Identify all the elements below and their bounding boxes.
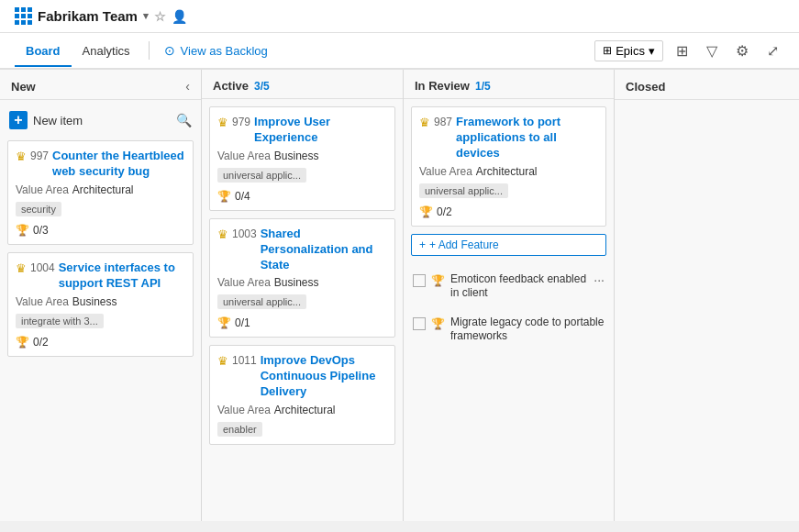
column-body-closed bbox=[615, 100, 799, 521]
crown-icon: ♛ bbox=[16, 150, 27, 163]
column-header-new: New ‹ bbox=[0, 70, 201, 100]
card-1011-header: ♛ 1011 Improve DevOps Continuous Pipelin… bbox=[217, 353, 387, 400]
card-1011-field: Value Area Architectural bbox=[217, 404, 387, 416]
card-1004-field-label: Value Area bbox=[16, 295, 69, 308]
card-997-footer: 🏆 0/3 bbox=[16, 224, 185, 237]
tab-board[interactable]: Board bbox=[15, 37, 72, 67]
toolbar-right: ⊞ Epics ▾ ⊞ ▽ ⚙ ⤢ bbox=[594, 39, 784, 63]
card-1004-tag[interactable]: integrate with 3... bbox=[16, 314, 104, 328]
card-987-tag[interactable]: universal applic... bbox=[419, 183, 508, 198]
card-979[interactable]: ♛ 979 Improve User Experience Value Area… bbox=[209, 106, 395, 211]
card-1003-title: Shared Personalization and State bbox=[261, 227, 387, 273]
card-997-field-label: Value Area bbox=[16, 183, 69, 196]
card-979-header: ♛ 979 Improve User Experience bbox=[217, 115, 387, 146]
column-closed: Closed › bbox=[615, 70, 799, 521]
card-987-field: Value Area Architectural bbox=[419, 165, 598, 178]
card-1011-id: 1011 bbox=[232, 354, 257, 367]
card-997[interactable]: ♛ 997 Counter the Heartbleed web securit… bbox=[7, 140, 194, 245]
view-as-backlog-button[interactable]: ⊙ View as Backlog bbox=[157, 39, 275, 61]
card-1004-id: 1004 bbox=[30, 261, 55, 274]
card-1004-title: Service interfaces to support REST API bbox=[59, 260, 185, 292]
toolbar-divider bbox=[149, 41, 150, 60]
add-feature-plus-icon: + bbox=[419, 238, 426, 251]
add-feature-label: + Add Feature bbox=[429, 238, 499, 251]
card-1003-footer: 🏆 0/1 bbox=[217, 316, 387, 329]
column-count-in-review: 1/5 bbox=[475, 80, 491, 93]
column-title-new: New bbox=[11, 80, 36, 94]
card-997-tag[interactable]: security bbox=[16, 202, 61, 216]
card-987-score: 0/2 bbox=[437, 205, 452, 218]
column-title-closed: Closed bbox=[626, 80, 665, 94]
trophy-icon: 🏆 bbox=[431, 274, 445, 287]
column-header-active: Active 3/5 bbox=[202, 70, 403, 99]
tab-analytics[interactable]: Analytics bbox=[72, 37, 141, 67]
card-1004-field-value: Business bbox=[72, 295, 117, 308]
logo-grid-icon bbox=[15, 7, 32, 25]
crown-icon: ♛ bbox=[217, 116, 228, 129]
card-1003-score: 0/1 bbox=[235, 316, 250, 329]
chevron-down-icon[interactable]: ▾ bbox=[143, 10, 149, 22]
card-987[interactable]: ♛ 987 Framework to port applications to … bbox=[411, 106, 606, 227]
card-987-title: Framework to port applications to all de… bbox=[456, 115, 598, 161]
card-1003-tag[interactable]: universal applic... bbox=[217, 294, 306, 309]
star-icon[interactable]: ☆ bbox=[154, 9, 166, 24]
trophy-icon: 🏆 bbox=[431, 317, 445, 330]
card-1004[interactable]: ♛ 1004 Service interfaces to support RES… bbox=[7, 252, 194, 357]
column-body-active: ♛ 979 Improve User Experience Value Area… bbox=[202, 99, 403, 521]
add-feature-button[interactable]: + + Add Feature bbox=[411, 234, 606, 256]
column-body-new: + New item 🔍 ♛ 997 Counter the Heartblee… bbox=[0, 100, 201, 521]
new-item-row: + New item 🔍 bbox=[7, 107, 194, 133]
trophy-icon: 🏆 bbox=[419, 205, 433, 218]
card-987-id: 987 bbox=[434, 116, 452, 128]
card-979-title: Improve User Experience bbox=[254, 115, 387, 146]
card-979-tag[interactable]: universal applic... bbox=[217, 168, 306, 183]
new-item-label: New item bbox=[33, 114, 171, 127]
column-count-active: 3/5 bbox=[254, 80, 270, 93]
card-1003-header: ♛ 1003 Shared Personalization and State bbox=[217, 227, 387, 273]
card-1011-tag[interactable]: enabler bbox=[217, 422, 262, 437]
feature-text-1: Migrate legacy code to portable framewor… bbox=[450, 316, 605, 344]
crown-icon: ♛ bbox=[419, 116, 430, 129]
card-1003[interactable]: ♛ 1003 Shared Personalization and State … bbox=[209, 218, 395, 338]
feature-item-1: 🏆 Migrate legacy code to portable framew… bbox=[411, 312, 606, 348]
people-icon[interactable]: 👤 bbox=[172, 9, 187, 24]
search-icon[interactable]: 🔍 bbox=[176, 113, 192, 127]
column-active: Active 3/5 ♛ 979 Improve User Experience… bbox=[202, 70, 404, 521]
add-new-item-button[interactable]: + bbox=[9, 111, 28, 129]
epics-chevron-icon: ▾ bbox=[649, 44, 655, 58]
more-options-icon[interactable]: ··· bbox=[594, 272, 605, 287]
card-979-id: 979 bbox=[232, 116, 250, 128]
column-title-active: Active bbox=[213, 79, 249, 93]
column-new: New ‹ + New item 🔍 ♛ 997 Counter the Hea… bbox=[0, 70, 202, 521]
card-997-header: ♛ 997 Counter the Heartbleed web securit… bbox=[16, 149, 185, 180]
filter-icon[interactable]: ▽ bbox=[701, 39, 723, 63]
card-987-header: ♛ 987 Framework to port applications to … bbox=[419, 115, 598, 161]
board-container: New ‹ + New item 🔍 ♛ 997 Counter the Hea… bbox=[0, 70, 799, 521]
view-backlog-label: View as Backlog bbox=[181, 44, 268, 58]
card-1011[interactable]: ♛ 1011 Improve DevOps Continuous Pipelin… bbox=[209, 345, 395, 445]
card-987-footer: 🏆 0/2 bbox=[419, 205, 598, 218]
epics-button[interactable]: ⊞ Epics ▾ bbox=[594, 40, 663, 61]
expand-icon[interactable]: ⤢ bbox=[761, 39, 784, 63]
feature-text-0: Emoticon feedback enabled in client bbox=[450, 272, 588, 301]
feature-checkbox-1[interactable] bbox=[413, 317, 426, 330]
app-header: Fabrikam Team ▾ ☆ 👤 bbox=[0, 0, 799, 33]
card-1003-field: Value Area Business bbox=[217, 276, 387, 289]
card-997-field-value: Architectural bbox=[72, 183, 134, 196]
toolbar-left: Board Analytics ⊙ View as Backlog bbox=[15, 37, 275, 65]
column-body-in-review: ♛ 987 Framework to port applications to … bbox=[404, 99, 614, 521]
toolbar: Board Analytics ⊙ View as Backlog ⊞ Epic… bbox=[0, 33, 799, 70]
trophy-icon: 🏆 bbox=[16, 224, 29, 237]
card-979-field: Value Area Business bbox=[217, 150, 387, 162]
card-997-field: Value Area Architectural bbox=[16, 183, 185, 196]
feature-checkbox-0[interactable] bbox=[413, 274, 426, 287]
column-settings-icon[interactable]: ⊞ bbox=[671, 39, 694, 63]
card-979-footer: 🏆 0/4 bbox=[217, 190, 387, 203]
team-name: Fabrikam Team bbox=[38, 8, 138, 24]
collapse-new-icon[interactable]: ‹ bbox=[185, 79, 190, 94]
card-997-id: 997 bbox=[30, 150, 49, 162]
crown-icon: ♛ bbox=[217, 227, 228, 241]
crown-icon: ♛ bbox=[16, 261, 27, 275]
settings-icon[interactable]: ⚙ bbox=[730, 39, 754, 63]
card-1003-id: 1003 bbox=[232, 227, 257, 240]
